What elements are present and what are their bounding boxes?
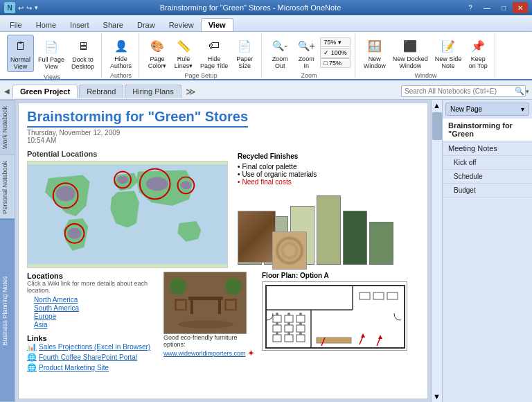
page-schedule[interactable]: Schedule bbox=[443, 170, 532, 184]
maximize-button[interactable]: □ bbox=[496, 2, 511, 13]
paper-size-button[interactable]: 📄 Paper Size bbox=[232, 35, 257, 71]
link-sharepoint[interactable]: 🌐 Fourth Coffee SharePoint Portal bbox=[27, 353, 155, 362]
search-dropdown-icon[interactable]: ▾ bbox=[526, 88, 529, 95]
furniture-image bbox=[163, 272, 247, 334]
zoom-out-button[interactable]: 🔍- Zoom Out bbox=[267, 35, 292, 71]
links-title: Links bbox=[27, 334, 155, 342]
search-input[interactable] bbox=[401, 85, 526, 97]
window-label: Window bbox=[414, 71, 436, 79]
svg-point-44 bbox=[276, 313, 278, 315]
tab-green-project[interactable]: Green Project bbox=[12, 85, 78, 98]
onenote-logo: N bbox=[4, 2, 15, 13]
page-kick-off[interactable]: Kick off bbox=[443, 156, 532, 170]
recycled-title: Recycled Finishes bbox=[238, 152, 416, 160]
wood-swatch bbox=[238, 211, 276, 263]
zoom-out-icon: 🔍- bbox=[270, 36, 290, 55]
recycled-section: Recycled Finishes •Final color palette •… bbox=[235, 150, 419, 269]
keep-on-top-button[interactable]: 📌 Keep on Top bbox=[466, 35, 490, 71]
scroll-thumb[interactable] bbox=[432, 112, 442, 140]
quick-access-undo[interactable]: ↩ bbox=[18, 4, 24, 12]
tab-file[interactable]: File bbox=[3, 19, 29, 31]
floor-plan-title: Floor Plan: Option A bbox=[262, 272, 419, 279]
zoom-buttons: 🔍- Zoom Out 🔍+ Zoom In 75% ▾ ✓ 100% □ 75… bbox=[267, 35, 351, 71]
notebook-tab-work[interactable]: Work Notebook bbox=[0, 100, 15, 155]
scroll-up-button[interactable]: ▲ bbox=[431, 100, 442, 111]
full-page-view-button[interactable]: 📄 Full Page View bbox=[35, 35, 67, 71]
page-budget[interactable]: Budget bbox=[443, 184, 532, 198]
bullet-1: •Final color palette bbox=[238, 163, 416, 171]
left-sidebar: Work Notebook Personal Notebook Business… bbox=[0, 100, 15, 402]
svg-point-8 bbox=[117, 175, 128, 184]
normal-view-button[interactable]: 🗒 Normal View bbox=[7, 35, 34, 72]
window-controls[interactable]: ? — □ ✕ bbox=[463, 2, 528, 13]
zoom-label: Zoom bbox=[301, 71, 317, 79]
link-south-america[interactable]: South America bbox=[34, 304, 155, 312]
tab-home[interactable]: Home bbox=[29, 19, 63, 31]
swatch-dark-green bbox=[343, 211, 367, 265]
notebook-tab-business[interactable]: Business Planning Notes bbox=[0, 219, 15, 402]
page-setup-buttons: 🎨 Page Color▾ 📏 Rule Lines▾ 🏷 Hide Page … bbox=[145, 35, 257, 71]
docked-window-icon: ⬛ bbox=[400, 36, 420, 55]
link-asia[interactable]: Asia bbox=[34, 321, 155, 329]
page-color-icon: 🎨 bbox=[148, 36, 167, 55]
svg-point-7 bbox=[68, 228, 82, 239]
notebook-tab-personal[interactable]: Personal Notebook bbox=[0, 155, 15, 220]
page-tabs-bar: ◀ Green Project Rebrand Hiring Plans ≫ 🔍… bbox=[0, 80, 532, 100]
furniture-url-row: www.wideworldimporters.com ✦ bbox=[163, 348, 254, 358]
hide-page-title-button[interactable]: 🏷 Hide Page Title bbox=[197, 35, 231, 71]
svg-rect-15 bbox=[175, 299, 187, 301]
close-button[interactable]: ✕ bbox=[513, 2, 528, 13]
svg-rect-12 bbox=[188, 297, 223, 300]
svg-point-49 bbox=[299, 322, 302, 325]
tab-nav-left[interactable]: ◀ bbox=[3, 86, 11, 96]
new-page-dropdown-icon[interactable]: ▾ bbox=[521, 105, 524, 113]
link-europe[interactable]: Europe bbox=[34, 313, 155, 320]
search-icon[interactable]: 🔍 bbox=[515, 87, 524, 96]
page-meeting-notes[interactable]: Meeting Notes bbox=[443, 141, 532, 156]
note-content: Brainstorming for "Green" Stores Thursda… bbox=[19, 103, 427, 399]
authors-buttons: 👤 Hide Authors bbox=[107, 35, 134, 71]
new-window-button[interactable]: 🪟 New Window bbox=[361, 35, 389, 71]
link-sales-projections[interactable]: 📊 Sales Projections (Excel in Browser) bbox=[27, 342, 155, 351]
tab-more-icon[interactable]: ≫ bbox=[183, 86, 199, 97]
page-color-button[interactable]: 🎨 Page Color▾ bbox=[145, 35, 170, 71]
hide-authors-button[interactable]: 👤 Hide Authors bbox=[107, 35, 134, 71]
zoom-in-button[interactable]: 🔍+ Zoom In bbox=[294, 35, 319, 71]
bottom-content: Locations Click a Wiki link for more det… bbox=[27, 272, 419, 374]
zoom-100-option[interactable]: ✓ 100% bbox=[320, 48, 351, 58]
tab-review[interactable]: Review bbox=[162, 19, 201, 31]
page-brainstorming[interactable]: Brainstorming for "Green bbox=[443, 119, 532, 141]
zoom-levels: 75% ▾ ✓ 100% □ 75% bbox=[320, 37, 351, 68]
tab-view[interactable]: View bbox=[201, 18, 233, 31]
new-side-note-button[interactable]: 📝 New Side Note bbox=[432, 35, 465, 71]
svg-point-45 bbox=[287, 313, 290, 315]
dock-to-desktop-button[interactable]: 🖥 Dock to Desktop bbox=[69, 35, 97, 71]
svg-point-23 bbox=[170, 278, 186, 295]
new-page-button[interactable]: New Page ▾ bbox=[445, 103, 529, 116]
furniture-url[interactable]: www.wideworldimporters.com bbox=[163, 350, 246, 357]
scroll-down-button[interactable]: ▼ bbox=[431, 391, 442, 402]
tab-rebrand[interactable]: Rebrand bbox=[79, 85, 123, 98]
floor-plan-section: Floor Plan: Option A bbox=[262, 272, 419, 374]
tab-share[interactable]: Share bbox=[96, 19, 130, 31]
tab-hiring-plans[interactable]: Hiring Plans bbox=[125, 85, 181, 98]
link-north-america[interactable]: North America bbox=[34, 296, 155, 304]
rule-lines-button[interactable]: 📏 Rule Lines▾ bbox=[171, 35, 196, 71]
new-docked-window-button[interactable]: ⬛ New Docked Window bbox=[390, 35, 431, 71]
tab-draw[interactable]: Draw bbox=[130, 19, 162, 31]
normal-view-icon: 🗒 bbox=[11, 37, 30, 56]
quick-access-redo[interactable]: ↪ bbox=[26, 4, 32, 12]
link-product-marketing[interactable]: 🌐 Product Marketing Site bbox=[27, 363, 155, 372]
tab-insert[interactable]: Insert bbox=[63, 19, 96, 31]
floor-plan-image bbox=[262, 281, 407, 351]
zoom-75-option[interactable]: 75% ▾ bbox=[320, 37, 351, 47]
views-label: Views bbox=[44, 72, 60, 80]
minimize-button[interactable]: — bbox=[479, 2, 495, 13]
zoom-75b-option[interactable]: □ 75% bbox=[320, 58, 351, 68]
floor-plan-svg bbox=[263, 282, 407, 351]
note-date: Thursday, November 12, 2009 10:54 AM bbox=[27, 129, 419, 144]
right-sidebar: New Page ▾ Brainstorming for "Green Meet… bbox=[442, 100, 532, 402]
window-buttons: 🪟 New Window ⬛ New Docked Window 📝 New S… bbox=[361, 35, 491, 71]
help-button[interactable]: ? bbox=[463, 2, 478, 13]
world-map-svg bbox=[28, 161, 227, 268]
